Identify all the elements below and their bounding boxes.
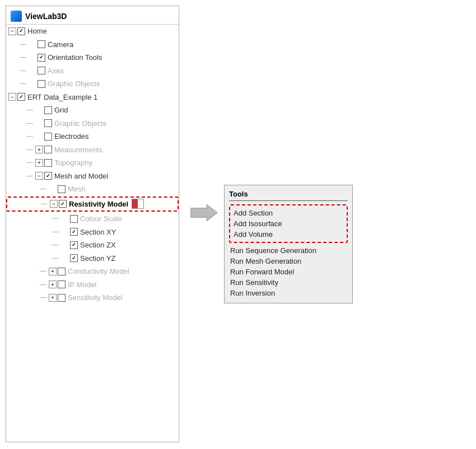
tree-item-section-xy[interactable]: Section XY	[6, 226, 179, 239]
checkbox-ip-model[interactable]	[58, 280, 66, 288]
tool-run-mesh[interactable]: Run Mesh Generation	[229, 256, 348, 266]
checkbox-mesh-and-model[interactable]	[44, 172, 52, 180]
label-section-yz: Section YZ	[80, 253, 115, 264]
tool-add-isosurface[interactable]: Add Isosurface	[234, 218, 343, 229]
tree-item-graphic-objects-1[interactable]: Graphic Objects	[6, 77, 179, 91]
label-section-zx: Section ZX	[80, 240, 116, 251]
tree-item-section-zx[interactable]: Section ZX	[6, 238, 179, 252]
tree-item-camera[interactable]: Camera	[6, 38, 179, 52]
label-grid: Grid	[54, 105, 68, 116]
checkbox-ert[interactable]	[17, 93, 25, 101]
checkbox-section-zx[interactable]	[70, 241, 78, 249]
checkbox-resistivity-model[interactable]	[59, 200, 67, 208]
app-icon	[11, 11, 22, 22]
tools-title: Tools	[229, 190, 348, 201]
label-measurements: Measurements	[54, 144, 102, 156]
tree-item-electrodes[interactable]: Electrodes	[6, 130, 179, 143]
tree-panel: ViewLab3D − Home Camera Orientation Tool…	[6, 6, 179, 442]
tree-item-grid[interactable]: Grid	[6, 104, 179, 117]
expand-home[interactable]: −	[8, 27, 16, 35]
label-ert-data: ERT Data_Example 1	[27, 92, 97, 103]
checkbox-mesh[interactable]	[58, 185, 66, 193]
label-axes: Axes	[48, 66, 64, 77]
label-home: Home	[27, 26, 47, 37]
tree-item-section-yz[interactable]: Section YZ	[6, 252, 179, 265]
tree-item-orientation-tools[interactable]: Orientation Tools	[6, 51, 179, 64]
checkbox-grid[interactable]	[44, 106, 52, 114]
tool-run-sensitivity[interactable]: Run Sensitivity	[229, 277, 348, 288]
checkbox-orientation-tools[interactable]	[38, 54, 45, 62]
tree-item-measurements[interactable]: + Measurements	[6, 143, 179, 157]
tree-item-sensitivity-model[interactable]: + Sensitivity Model	[6, 291, 179, 305]
expand-mesh-and-model[interactable]: −	[35, 172, 43, 180]
label-resistivity-model: Resistivity Model	[69, 199, 128, 210]
tools-panel: Tools Add Section Add Isosurface Add Vol…	[224, 185, 353, 303]
expand-topography[interactable]: +	[35, 159, 43, 167]
checkbox-home[interactable]	[17, 27, 25, 35]
expand-conductivity-model[interactable]: +	[49, 268, 57, 275]
tool-run-sequence[interactable]: Run Sequence Generation	[229, 245, 348, 256]
label-conductivity-model: Conductivity Model	[68, 266, 129, 277]
expand-ip-model[interactable]: +	[49, 280, 57, 288]
svg-marker-0	[190, 204, 217, 221]
tree-item-home[interactable]: − Home	[6, 25, 179, 38]
label-section-xy: Section XY	[80, 227, 116, 238]
app-title: ViewLab3D	[25, 12, 67, 21]
expand-measurements[interactable]: +	[35, 146, 43, 153]
tools-highlighted-box: Add Section Add Isosurface Add Volume	[229, 204, 348, 243]
tree-item-mesh-and-model[interactable]: − Mesh and Model	[6, 170, 179, 183]
tool-add-section[interactable]: Add Section	[234, 208, 343, 218]
expand-ert[interactable]: −	[8, 93, 16, 101]
label-electrodes: Electrodes	[54, 131, 88, 142]
expand-sensitivity-model[interactable]: +	[49, 294, 57, 302]
label-graphic-objects-2: Graphic Objects	[54, 118, 106, 129]
checkbox-section-yz[interactable]	[70, 254, 78, 262]
tool-run-forward[interactable]: Run Forward Model	[229, 266, 348, 277]
checkbox-colour-scale[interactable]	[70, 215, 78, 223]
checkbox-topography[interactable]	[44, 159, 52, 167]
tool-add-volume[interactable]: Add Volume	[234, 229, 343, 240]
checkbox-conductivity-model[interactable]	[58, 268, 66, 275]
checkbox-graphic-objects-2[interactable]	[44, 119, 52, 127]
checkbox-section-xy[interactable]	[70, 228, 78, 236]
tree-item-colour-scale[interactable]: Colour Scale	[6, 212, 179, 226]
tree-item-topography[interactable]: + Topography	[6, 156, 179, 170]
arrow-container	[185, 0, 224, 224]
tool-run-inversion[interactable]: Run Inversion	[229, 288, 348, 298]
tree-item-axes[interactable]: Axes	[6, 64, 179, 78]
label-mesh-and-model: Mesh and Model	[54, 171, 108, 182]
tree-item-conductivity-model[interactable]: + Conductivity Model	[6, 265, 179, 278]
tree-item-ert-data[interactable]: − ERT Data_Example 1	[6, 91, 179, 104]
checkbox-sensitivity-model[interactable]	[58, 294, 66, 302]
checkbox-electrodes[interactable]	[44, 133, 52, 141]
tree-item-graphic-objects-2[interactable]: Graphic Objects	[6, 117, 179, 130]
tree-item-ip-model[interactable]: + IP Model	[6, 278, 179, 292]
checkbox-measurements[interactable]	[44, 146, 52, 153]
label-ip-model: IP Model	[68, 279, 96, 291]
label-topography: Topography	[54, 157, 92, 169]
label-colour-scale: Colour Scale	[80, 213, 122, 225]
label-orientation-tools: Orientation Tools	[48, 52, 102, 63]
label-sensitivity-model: Sensitivity Model	[68, 292, 123, 303]
resistivity-color-swatch	[132, 199, 144, 209]
arrow-icon	[190, 202, 218, 224]
checkbox-graphic-objects-1[interactable]	[38, 80, 45, 88]
tree-item-resistivity-model[interactable]: − Resistivity Model	[6, 197, 179, 212]
checkbox-axes[interactable]	[38, 67, 45, 74]
tree-header: ViewLab3D	[6, 8, 179, 25]
expand-resistivity-model[interactable]: −	[50, 200, 58, 208]
label-camera: Camera	[48, 39, 73, 50]
label-graphic-objects-1: Graphic Objects	[48, 78, 100, 90]
checkbox-camera[interactable]	[38, 40, 45, 48]
tree-item-mesh[interactable]: Mesh	[6, 183, 179, 196]
label-mesh: Mesh	[68, 184, 86, 195]
